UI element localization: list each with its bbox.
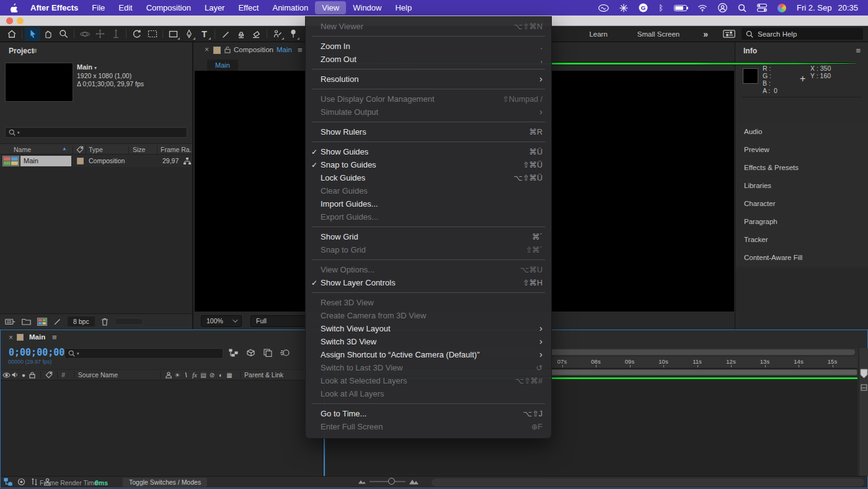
creative-cloud-icon[interactable] xyxy=(598,4,609,12)
row-cell-name[interactable]: Main xyxy=(20,156,71,166)
menubar-item-composition[interactable]: Composition xyxy=(140,1,198,14)
window-minimize-button[interactable] xyxy=(17,17,24,24)
menu-item-zoom-in[interactable]: Zoom In. xyxy=(306,40,551,53)
orbit-camera-tool-icon[interactable] xyxy=(77,27,92,41)
control-center-icon[interactable] xyxy=(757,4,767,12)
panel-tab-preview[interactable]: Preview xyxy=(735,141,868,158)
menubar-item-effect[interactable]: Effect xyxy=(231,1,265,14)
timeline-zoom-slider[interactable] xyxy=(358,478,418,485)
layer-list-empty-area[interactable] xyxy=(1,380,323,476)
wifi-icon[interactable] xyxy=(698,4,707,12)
menu-item-show-guides[interactable]: ✓Show Guides⌘Ü xyxy=(306,145,551,158)
composition-mini-flowchart-icon[interactable] xyxy=(229,349,238,357)
g-app-icon[interactable]: G xyxy=(639,3,648,12)
panel-tab-paragraph[interactable]: Paragraph xyxy=(735,213,868,230)
comp-marker-icon[interactable] xyxy=(860,369,868,379)
starburst-icon[interactable] xyxy=(619,4,628,12)
menubar-item-view[interactable]: View xyxy=(315,1,346,14)
zoom-tool-icon[interactable] xyxy=(56,27,71,41)
current-time-display[interactable]: 0;00;00;00 xyxy=(9,347,64,358)
dolly-camera-tool-icon[interactable] xyxy=(108,27,123,41)
menu-item-show-rulers[interactable]: Show Rulers⌘R xyxy=(306,125,551,138)
composition-subtab-main[interactable]: Main xyxy=(207,60,238,71)
motion-blur-icon[interactable] xyxy=(280,349,290,357)
magnification-dropdown[interactable]: 100% xyxy=(201,315,242,327)
source-name-column[interactable]: Source Name xyxy=(78,371,118,379)
composition-panel-menu-icon[interactable]: ≡ xyxy=(298,46,303,54)
menubar-item-after-effects[interactable]: After Effects xyxy=(24,1,85,14)
menu-item-resolution[interactable]: Resolution› xyxy=(306,73,551,86)
panel-tab-content-aware-fill[interactable]: Content-Aware Fill xyxy=(735,249,868,266)
puppet-pin-tool-icon[interactable] xyxy=(285,27,301,41)
project-item-name[interactable]: Main xyxy=(77,63,92,71)
search-help-field[interactable]: Search Help xyxy=(742,28,863,40)
menu-item-zoom-out[interactable]: Zoom Out, xyxy=(306,53,551,66)
menu-item-lock-guides[interactable]: Lock Guides⌥⇧⌘Ü xyxy=(306,171,551,184)
panel-tab-character[interactable]: Character xyxy=(735,195,868,212)
menubar-item-layer[interactable]: Layer xyxy=(198,1,232,14)
pan-camera-tool-icon[interactable] xyxy=(92,27,108,41)
label-color-swatch[interactable] xyxy=(77,158,84,164)
menu-item-switch-3d-view[interactable]: Switch 3D View› xyxy=(306,335,551,348)
frame-blending-icon[interactable] xyxy=(264,349,272,357)
panel-tab-effects-presets[interactable]: Effects & Presets xyxy=(735,159,868,176)
home-tool-icon[interactable] xyxy=(4,27,19,41)
workspace-tab-small-screen[interactable]: Small Screen xyxy=(622,30,694,38)
trash-icon[interactable] xyxy=(101,318,108,326)
project-table-header[interactable]: Name ▲ Type Size Frame Ra.. xyxy=(0,143,192,155)
type-tool-icon[interactable]: T xyxy=(197,27,212,41)
menu-item-go-to-time[interactable]: Go to Time...⌥⇧J xyxy=(306,407,551,420)
close-tab-icon[interactable]: × xyxy=(205,45,209,54)
pen-tool-icon[interactable] xyxy=(181,27,197,41)
project-search-field[interactable]: ▾ xyxy=(5,127,187,138)
menubar-clock[interactable]: Fri 2. Sep20:35 xyxy=(797,3,858,12)
user-account-icon[interactable] xyxy=(718,3,727,12)
composition-network-icon[interactable] xyxy=(4,478,12,486)
menubar-item-animation[interactable]: Animation xyxy=(265,1,315,14)
workspace-switcher-icon[interactable] xyxy=(723,30,735,38)
timeline-search-field[interactable]: ▾ xyxy=(64,348,223,359)
viewer-lock-icon[interactable] xyxy=(224,47,231,53)
draft-3d-icon[interactable] xyxy=(246,349,255,357)
zoom-slider-knob[interactable] xyxy=(388,478,395,485)
spotlight-search-icon[interactable] xyxy=(738,4,746,12)
close-tab-icon[interactable]: × xyxy=(9,333,13,342)
panel-tab-tracker[interactable]: Tracker xyxy=(735,231,868,248)
menubar-item-file[interactable]: File xyxy=(85,1,112,14)
timeline-horizontal-scrollbar[interactable] xyxy=(432,478,864,487)
timeline-panel-menu-icon[interactable]: ≡ xyxy=(52,333,57,341)
menu-item-snap-to-guides[interactable]: ✓Snap to Guides⇧⌘Ü xyxy=(306,158,551,171)
timeline-label-swatch[interactable] xyxy=(17,334,24,341)
siri-icon[interactable] xyxy=(777,4,786,12)
clone-stamp-tool-icon[interactable] xyxy=(233,27,249,41)
brush-tool-icon[interactable] xyxy=(218,27,233,41)
eraser-tool-icon[interactable] xyxy=(249,27,264,41)
region-of-interest-tool-icon[interactable] xyxy=(144,27,160,41)
info-panel-menu-icon[interactable]: ≡ xyxy=(856,47,861,55)
menubar-item-edit[interactable]: Edit xyxy=(112,1,139,14)
comp-marker-button-icon[interactable] xyxy=(861,384,867,391)
project-panel-menu-icon[interactable]: ≡ xyxy=(32,47,37,55)
switches-arrows-icon[interactable] xyxy=(30,478,38,486)
rectangle-tool-icon[interactable] xyxy=(166,27,181,41)
timeline-tab-label[interactable]: Main xyxy=(29,333,45,341)
apple-menu-icon[interactable] xyxy=(5,3,24,12)
project-row-main[interactable]: Main Composition 29,97 xyxy=(0,155,192,167)
hand-tool-icon[interactable] xyxy=(40,27,56,41)
menu-item-switch-view-layout[interactable]: Switch View Layout› xyxy=(306,322,551,335)
window-close-button[interactable] xyxy=(6,17,13,24)
panel-tab-libraries[interactable]: Libraries xyxy=(735,177,868,194)
battery-icon[interactable] xyxy=(674,5,687,11)
timeline-column-header[interactable]: ● # Source Name ☀ \ fx ▤ ⊘ ◐ ▦ Parent & … xyxy=(1,369,323,380)
composition-tab-label[interactable]: CompositionMain xyxy=(234,46,292,53)
panel-tab-audio[interactable]: Audio xyxy=(735,123,868,140)
bluetooth-icon[interactable]: ᛒ xyxy=(658,4,663,12)
parent-link-column[interactable]: Parent & Link xyxy=(244,371,283,379)
rotation-tool-icon[interactable] xyxy=(129,27,144,41)
menubar-item-help[interactable]: Help xyxy=(388,1,418,14)
workspace-overflow-chevrons[interactable]: » xyxy=(694,29,717,39)
menu-item-assign-shortcut-to-active-camera-default[interactable]: Assign Shortcut to “Active Camera (Defau… xyxy=(306,348,551,361)
bit-depth-button[interactable]: 8 bpc xyxy=(68,316,95,326)
live-update-icon[interactable] xyxy=(17,478,25,486)
toggle-switches-modes-button[interactable]: Toggle Switches / Modes xyxy=(123,478,207,487)
